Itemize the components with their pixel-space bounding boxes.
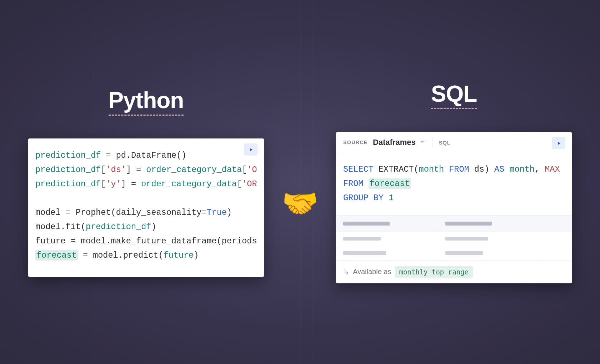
return-arrow-icon: ↳ (343, 268, 349, 276)
sql-footer: ↳ Available as monthly_top_range (336, 261, 572, 283)
header-divider (432, 137, 432, 148)
source-label: SOURCE (343, 140, 368, 145)
python-heading: Python (109, 87, 184, 113)
source-dropdown[interactable]: Dataframes (373, 138, 416, 147)
python-card: prediction_df = pd.DataFrame() predictio… (28, 138, 264, 277)
result-table (336, 215, 572, 261)
run-sql-button[interactable] (552, 137, 565, 149)
python-code: prediction_df = pd.DataFrame() predictio… (35, 148, 257, 263)
sql-column: SQL SOURCE Dataframes SQL SELECT EXTRACT… (336, 81, 572, 283)
sql-card-header: SOURCE Dataframes SQL (336, 132, 572, 153)
available-as-label: Available as (353, 268, 391, 276)
chevron-down-icon[interactable] (419, 139, 425, 146)
language-label: SQL (439, 140, 450, 146)
result-variable-badge[interactable]: monthly_top_range (395, 266, 472, 278)
play-icon (556, 141, 561, 146)
sql-code: SELECT EXTRACT(month FROM ds) AS month, … (343, 162, 565, 205)
table-row (336, 246, 572, 261)
sql-heading: SQL (431, 81, 477, 107)
sql-code-body: SELECT EXTRACT(month FROM ds) AS month, … (336, 153, 572, 215)
table-header-row (336, 216, 572, 232)
sql-card: SOURCE Dataframes SQL SELECT EXTRACT(mon… (336, 132, 572, 283)
table-row (336, 232, 572, 246)
run-python-button[interactable] (244, 143, 258, 156)
python-column: Python prediction_df = pd.DataFrame() pr… (28, 87, 264, 277)
play-icon (248, 147, 254, 152)
